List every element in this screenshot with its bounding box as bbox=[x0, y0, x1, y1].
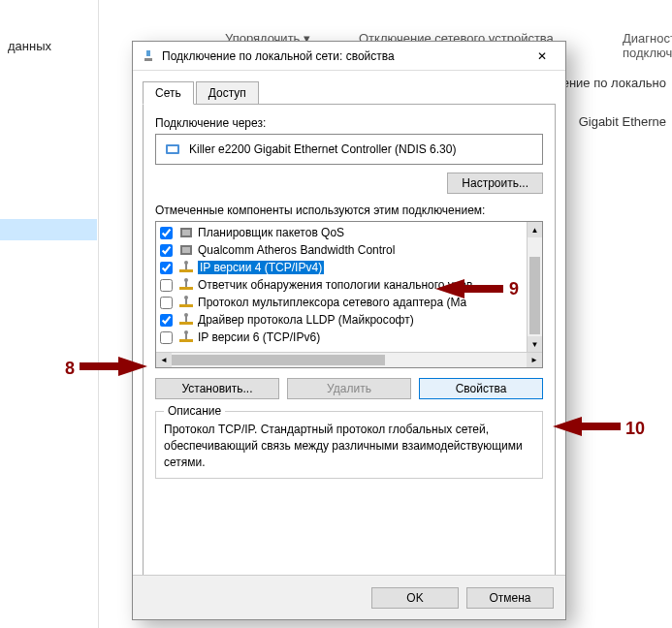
properties-dialog: Подключение по локальной сети: свойства … bbox=[132, 41, 566, 620]
service-icon bbox=[178, 225, 194, 240]
annotation-9: 9 bbox=[509, 279, 519, 299]
adapter-name: Killer e2200 Gigabit Ethernet Controller… bbox=[189, 142, 456, 156]
list-item[interactable]: Qualcomm Atheros Bandwidth Control bbox=[158, 241, 525, 259]
list-item[interactable]: IP версии 4 (TCP/IPv4) bbox=[158, 259, 525, 276]
annotation-10: 10 bbox=[625, 419, 645, 439]
tab-network[interactable]: Сеть bbox=[143, 81, 194, 105]
svg-point-13 bbox=[184, 278, 188, 282]
tab-access[interactable]: Доступ bbox=[196, 81, 259, 105]
component-label: Драйвер протокола LLDP (Майкрософт) bbox=[198, 313, 414, 327]
connect-via-label: Подключение через: bbox=[155, 116, 543, 130]
description-text: Протокол TCP/IP. Стандартный протокол гл… bbox=[164, 422, 534, 470]
scroll-up-icon[interactable]: ▲ bbox=[528, 222, 542, 237]
bg-left-highlight bbox=[0, 219, 97, 240]
bg-left-panel: данных bbox=[0, 0, 99, 628]
svg-rect-3 bbox=[168, 146, 177, 152]
configure-button[interactable]: Настроить... bbox=[447, 173, 543, 194]
ok-button[interactable]: OK bbox=[371, 587, 459, 609]
horizontal-scrollbar[interactable]: ◄ ► bbox=[156, 352, 542, 367]
close-icon: ✕ bbox=[537, 49, 547, 63]
component-checkbox[interactable] bbox=[160, 297, 173, 309]
network-icon bbox=[141, 48, 156, 64]
component-label: IP версии 4 (TCP/IPv4) bbox=[198, 261, 324, 274]
component-checkbox[interactable] bbox=[160, 279, 173, 292]
service-icon bbox=[178, 242, 194, 258]
close-button[interactable]: ✕ bbox=[523, 43, 561, 70]
description-legend: Описание bbox=[164, 404, 225, 418]
component-label: Протокол мультиплексора сетевого адаптер… bbox=[198, 296, 466, 309]
svg-point-22 bbox=[184, 330, 188, 334]
component-checkbox[interactable] bbox=[160, 331, 173, 344]
protocol-icon bbox=[178, 260, 194, 275]
protocol-icon bbox=[178, 295, 194, 310]
svg-rect-20 bbox=[179, 339, 193, 342]
titlebar: Подключение по локальной сети: свойства … bbox=[133, 42, 565, 71]
component-checkbox[interactable] bbox=[160, 314, 173, 327]
scroll-thumb-h[interactable] bbox=[172, 355, 385, 365]
component-label: IP версии 6 (TCP/IPv6) bbox=[198, 330, 320, 344]
svg-rect-7 bbox=[182, 247, 190, 253]
svg-rect-17 bbox=[179, 322, 193, 325]
svg-rect-8 bbox=[179, 269, 193, 272]
description-group: Описание Протокол TCP/IP. Стандартный пр… bbox=[155, 411, 543, 479]
protocol-icon bbox=[178, 330, 194, 345]
svg-point-16 bbox=[184, 296, 188, 299]
dialog-title: Подключение по локальной сети: свойства bbox=[162, 49, 523, 63]
tab-strip: Сеть Доступ bbox=[143, 81, 556, 105]
component-label: Ответчик обнаружения топологии канальног… bbox=[198, 278, 472, 292]
bg-toolbar-diag: Диагностика подключе bbox=[623, 31, 672, 60]
svg-point-10 bbox=[184, 261, 188, 265]
delete-button: Удалить bbox=[287, 378, 411, 399]
list-item[interactable]: Протокол мультиплексора сетевого адаптер… bbox=[158, 294, 525, 311]
list-item[interactable]: IP версии 6 (TCP/IPv6) bbox=[158, 329, 525, 346]
tab-panel-network: Подключение через: Killer e2200 Gigabit … bbox=[143, 104, 556, 588]
ethernet-icon bbox=[164, 141, 181, 158]
dialog-bottom-bar: OK Отмена bbox=[133, 575, 565, 619]
component-checkbox[interactable] bbox=[160, 262, 173, 274]
scroll-left-icon[interactable]: ◄ bbox=[156, 353, 172, 367]
components-label: Отмеченные компоненты используются этим … bbox=[155, 204, 543, 217]
properties-button[interactable]: Свойства bbox=[419, 378, 543, 399]
components-list: Планировщик пакетов QoSQualcomm Atheros … bbox=[155, 221, 543, 368]
list-item[interactable]: Планировщик пакетов QoS bbox=[158, 224, 525, 241]
svg-rect-5 bbox=[182, 230, 190, 236]
cancel-button[interactable]: Отмена bbox=[466, 587, 554, 609]
adapter-box: Killer e2200 Gigabit Ethernet Controller… bbox=[155, 134, 543, 165]
protocol-icon bbox=[178, 312, 194, 328]
svg-rect-14 bbox=[179, 304, 193, 307]
svg-rect-11 bbox=[179, 287, 193, 290]
protocol-icon bbox=[178, 277, 194, 293]
bg-info-connection: ение по локально bbox=[562, 76, 666, 90]
scroll-right-icon[interactable]: ► bbox=[527, 353, 542, 367]
annotation-8: 8 bbox=[65, 359, 75, 379]
scroll-thumb-v[interactable] bbox=[529, 257, 540, 334]
component-checkbox[interactable] bbox=[160, 227, 173, 239]
component-label: Qualcomm Atheros Bandwidth Control bbox=[198, 243, 395, 257]
component-checkbox[interactable] bbox=[160, 244, 173, 257]
component-label: Планировщик пакетов QoS bbox=[198, 226, 344, 239]
svg-rect-1 bbox=[144, 58, 152, 61]
bg-left-label: данных bbox=[8, 39, 51, 53]
vertical-scrollbar[interactable]: ▲ ▼ bbox=[527, 222, 542, 352]
bg-info-adapter: Gigabit Etherne bbox=[579, 114, 666, 129]
svg-rect-0 bbox=[146, 50, 150, 56]
scroll-down-icon[interactable]: ▼ bbox=[528, 336, 542, 352]
install-button[interactable]: Установить... bbox=[155, 378, 279, 399]
svg-point-19 bbox=[184, 313, 188, 317]
list-item[interactable]: Драйвер протокола LLDP (Майкрософт) bbox=[158, 311, 525, 329]
list-item[interactable]: Ответчик обнаружения топологии канальног… bbox=[158, 276, 525, 294]
